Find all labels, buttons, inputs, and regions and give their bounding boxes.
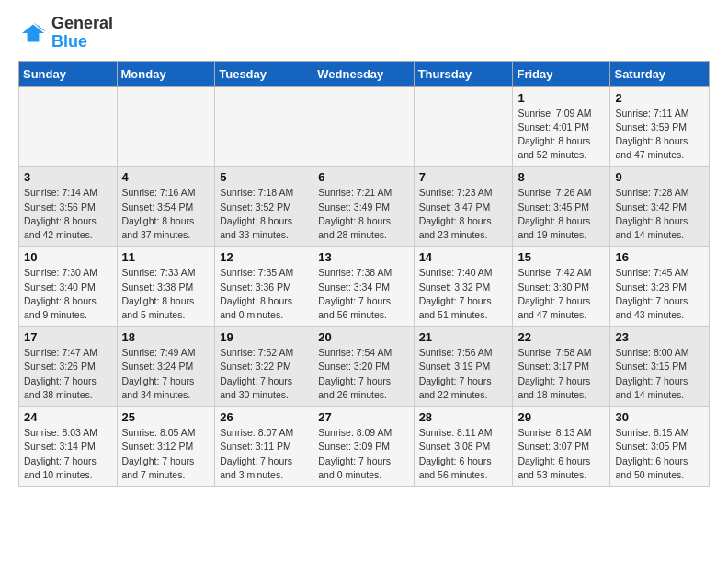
weekday-header-wednesday: Wednesday xyxy=(313,61,414,86)
day-number: 19 xyxy=(220,330,308,344)
weekday-header-thursday: Thursday xyxy=(414,61,513,86)
calendar-week-1: 1Sunrise: 7:09 AM Sunset: 4:01 PM Daylig… xyxy=(19,86,710,167)
day-info: Sunrise: 7:28 AM Sunset: 3:42 PM Dayligh… xyxy=(615,186,704,242)
day-info: Sunrise: 8:11 AM Sunset: 3:08 PM Dayligh… xyxy=(419,426,508,482)
calendar-cell: 11Sunrise: 7:33 AM Sunset: 3:38 PM Dayli… xyxy=(117,247,215,327)
day-number: 24 xyxy=(24,410,112,424)
day-info: Sunrise: 7:26 AM Sunset: 3:45 PM Dayligh… xyxy=(518,186,605,242)
calendar-cell: 26Sunrise: 8:07 AM Sunset: 3:11 PM Dayli… xyxy=(215,407,313,487)
day-number: 12 xyxy=(220,250,308,264)
logo: General Blue xyxy=(18,15,113,52)
calendar-header-row: SundayMondayTuesdayWednesdayThursdayFrid… xyxy=(19,61,710,86)
logo-icon xyxy=(18,18,48,48)
day-info: Sunrise: 8:03 AM Sunset: 3:14 PM Dayligh… xyxy=(24,426,112,482)
calendar-cell: 6Sunrise: 7:21 AM Sunset: 3:49 PM Daylig… xyxy=(313,167,414,247)
day-number: 18 xyxy=(122,330,210,344)
day-info: Sunrise: 7:18 AM Sunset: 3:52 PM Dayligh… xyxy=(220,186,308,242)
day-number: 27 xyxy=(318,410,408,424)
day-info: Sunrise: 8:13 AM Sunset: 3:07 PM Dayligh… xyxy=(518,426,605,482)
calendar-week-4: 17Sunrise: 7:47 AM Sunset: 3:26 PM Dayli… xyxy=(19,327,710,407)
calendar-cell: 8Sunrise: 7:26 AM Sunset: 3:45 PM Daylig… xyxy=(513,167,610,247)
day-info: Sunrise: 7:30 AM Sunset: 3:40 PM Dayligh… xyxy=(24,266,112,322)
calendar-cell: 18Sunrise: 7:49 AM Sunset: 3:24 PM Dayli… xyxy=(117,327,215,407)
day-number: 8 xyxy=(518,170,605,184)
calendar-cell: 28Sunrise: 8:11 AM Sunset: 3:08 PM Dayli… xyxy=(414,407,513,487)
calendar-cell xyxy=(117,86,215,167)
day-info: Sunrise: 7:47 AM Sunset: 3:26 PM Dayligh… xyxy=(24,346,112,402)
calendar-cell xyxy=(215,86,313,167)
day-number: 4 xyxy=(122,170,210,184)
day-number: 3 xyxy=(24,170,112,184)
calendar-cell: 25Sunrise: 8:05 AM Sunset: 3:12 PM Dayli… xyxy=(117,407,215,487)
day-info: Sunrise: 7:11 AM Sunset: 3:59 PM Dayligh… xyxy=(615,107,704,163)
day-number: 13 xyxy=(318,250,408,264)
day-info: Sunrise: 7:38 AM Sunset: 3:34 PM Dayligh… xyxy=(318,266,408,322)
day-number: 21 xyxy=(419,330,508,344)
day-info: Sunrise: 7:35 AM Sunset: 3:36 PM Dayligh… xyxy=(220,266,308,322)
day-info: Sunrise: 7:21 AM Sunset: 3:49 PM Dayligh… xyxy=(318,186,408,242)
weekday-header-tuesday: Tuesday xyxy=(215,61,313,86)
day-number: 29 xyxy=(518,410,605,424)
calendar-cell: 5Sunrise: 7:18 AM Sunset: 3:52 PM Daylig… xyxy=(215,167,313,247)
calendar-cell: 17Sunrise: 7:47 AM Sunset: 3:26 PM Dayli… xyxy=(19,327,118,407)
day-number: 1 xyxy=(518,91,605,105)
day-number: 14 xyxy=(419,250,508,264)
weekday-header-sunday: Sunday xyxy=(19,61,118,86)
day-info: Sunrise: 7:58 AM Sunset: 3:17 PM Dayligh… xyxy=(518,346,605,402)
calendar-cell: 16Sunrise: 7:45 AM Sunset: 3:28 PM Dayli… xyxy=(610,247,710,327)
day-info: Sunrise: 7:09 AM Sunset: 4:01 PM Dayligh… xyxy=(518,107,605,163)
calendar-cell xyxy=(19,86,118,167)
svg-marker-0 xyxy=(22,24,44,41)
day-number: 16 xyxy=(615,250,704,264)
day-info: Sunrise: 7:40 AM Sunset: 3:32 PM Dayligh… xyxy=(419,266,508,322)
calendar-cell: 2Sunrise: 7:11 AM Sunset: 3:59 PM Daylig… xyxy=(610,86,710,167)
day-info: Sunrise: 8:05 AM Sunset: 3:12 PM Dayligh… xyxy=(122,426,210,482)
calendar-cell: 15Sunrise: 7:42 AM Sunset: 3:30 PM Dayli… xyxy=(513,247,610,327)
logo-text: General Blue xyxy=(51,15,113,52)
day-number: 20 xyxy=(318,330,408,344)
weekday-header-saturday: Saturday xyxy=(610,61,710,86)
calendar-cell: 24Sunrise: 8:03 AM Sunset: 3:14 PM Dayli… xyxy=(19,407,118,487)
calendar-cell xyxy=(313,86,414,167)
calendar-cell xyxy=(414,86,513,167)
day-number: 28 xyxy=(419,410,508,424)
calendar-cell: 3Sunrise: 7:14 AM Sunset: 3:56 PM Daylig… xyxy=(19,167,118,247)
calendar-cell: 4Sunrise: 7:16 AM Sunset: 3:54 PM Daylig… xyxy=(117,167,215,247)
calendar-cell: 12Sunrise: 7:35 AM Sunset: 3:36 PM Dayli… xyxy=(215,247,313,327)
day-info: Sunrise: 8:00 AM Sunset: 3:15 PM Dayligh… xyxy=(615,346,704,402)
day-info: Sunrise: 7:49 AM Sunset: 3:24 PM Dayligh… xyxy=(122,346,210,402)
day-number: 15 xyxy=(518,250,605,264)
calendar-week-2: 3Sunrise: 7:14 AM Sunset: 3:56 PM Daylig… xyxy=(19,167,710,247)
calendar-cell: 1Sunrise: 7:09 AM Sunset: 4:01 PM Daylig… xyxy=(513,86,610,167)
day-number: 23 xyxy=(615,330,704,344)
calendar-cell: 22Sunrise: 7:58 AM Sunset: 3:17 PM Dayli… xyxy=(513,327,610,407)
calendar-cell: 9Sunrise: 7:28 AM Sunset: 3:42 PM Daylig… xyxy=(610,167,710,247)
day-info: Sunrise: 7:16 AM Sunset: 3:54 PM Dayligh… xyxy=(122,186,210,242)
calendar-cell: 21Sunrise: 7:56 AM Sunset: 3:19 PM Dayli… xyxy=(414,327,513,407)
calendar-cell: 20Sunrise: 7:54 AM Sunset: 3:20 PM Dayli… xyxy=(313,327,414,407)
day-number: 10 xyxy=(24,250,112,264)
day-number: 9 xyxy=(615,170,704,184)
day-info: Sunrise: 8:15 AM Sunset: 3:05 PM Dayligh… xyxy=(615,426,704,482)
day-info: Sunrise: 7:56 AM Sunset: 3:19 PM Dayligh… xyxy=(419,346,508,402)
calendar-cell: 23Sunrise: 8:00 AM Sunset: 3:15 PM Dayli… xyxy=(610,327,710,407)
calendar-cell: 13Sunrise: 7:38 AM Sunset: 3:34 PM Dayli… xyxy=(313,247,414,327)
day-number: 25 xyxy=(122,410,210,424)
page: General Blue SundayMondayTuesdayWednesda… xyxy=(0,0,728,501)
calendar-cell: 30Sunrise: 8:15 AM Sunset: 3:05 PM Dayli… xyxy=(610,407,710,487)
calendar-cell: 7Sunrise: 7:23 AM Sunset: 3:47 PM Daylig… xyxy=(414,167,513,247)
day-number: 11 xyxy=(122,250,210,264)
day-number: 5 xyxy=(220,170,308,184)
calendar-cell: 19Sunrise: 7:52 AM Sunset: 3:22 PM Dayli… xyxy=(215,327,313,407)
header: General Blue xyxy=(18,15,710,52)
day-info: Sunrise: 7:23 AM Sunset: 3:47 PM Dayligh… xyxy=(419,186,508,242)
day-info: Sunrise: 8:07 AM Sunset: 3:11 PM Dayligh… xyxy=(220,426,308,482)
day-info: Sunrise: 7:45 AM Sunset: 3:28 PM Dayligh… xyxy=(615,266,704,322)
calendar-cell: 10Sunrise: 7:30 AM Sunset: 3:40 PM Dayli… xyxy=(19,247,118,327)
day-info: Sunrise: 7:33 AM Sunset: 3:38 PM Dayligh… xyxy=(122,266,210,322)
calendar-cell: 27Sunrise: 8:09 AM Sunset: 3:09 PM Dayli… xyxy=(313,407,414,487)
calendar-table: SundayMondayTuesdayWednesdayThursdayFrid… xyxy=(18,61,710,487)
day-info: Sunrise: 7:54 AM Sunset: 3:20 PM Dayligh… xyxy=(318,346,408,402)
weekday-header-friday: Friday xyxy=(513,61,610,86)
calendar-cell: 29Sunrise: 8:13 AM Sunset: 3:07 PM Dayli… xyxy=(513,407,610,487)
